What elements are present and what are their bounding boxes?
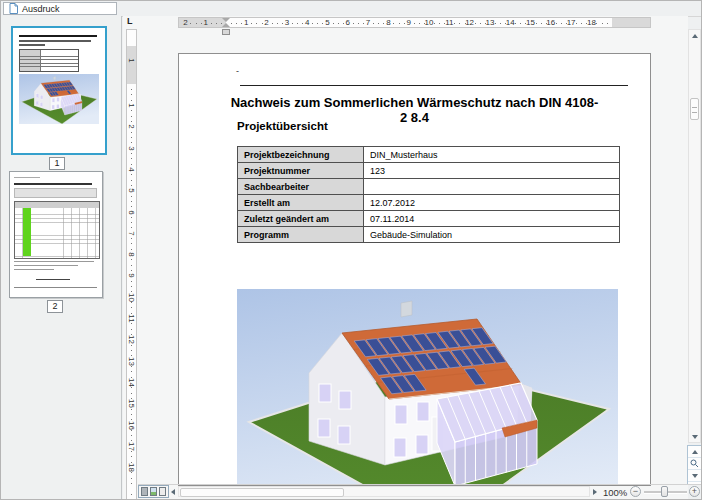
ruler-tick <box>302 23 303 24</box>
ruler-number: 15 <box>526 18 535 27</box>
ruler-number: 12 <box>465 18 474 27</box>
ruler-number: 6 <box>127 208 136 217</box>
ruler-number: 1 <box>203 18 207 27</box>
ruler-tick <box>480 23 481 24</box>
page-thumbnail-2[interactable] <box>9 171 103 298</box>
ruler-number: 2 <box>264 18 268 27</box>
ruler-tick <box>131 387 132 388</box>
ruler-tick <box>131 196 132 197</box>
ruler-tick <box>131 265 132 266</box>
print-preview-window: Ausdruck 1 2 L <box>0 0 702 500</box>
ruler-tick <box>131 329 132 330</box>
mini-text-line <box>14 177 40 178</box>
ruler-tick <box>454 23 455 24</box>
table-value-cell: Gebäude-Simulation <box>364 227 620 243</box>
ruler-number: 15 <box>127 399 136 408</box>
ruler-tick <box>131 286 132 287</box>
ruler-tick <box>333 23 334 24</box>
project-table-row: Projektnummer123 <box>238 163 620 179</box>
scroll-down-button[interactable] <box>689 431 700 442</box>
horizontal-scrollbar[interactable] <box>178 486 590 497</box>
ruler-tick <box>216 23 217 24</box>
ruler-tick <box>131 158 132 159</box>
ruler-tick <box>317 23 318 24</box>
section-heading: Projektübersicht <box>237 120 328 132</box>
house-rendering <box>237 289 618 486</box>
view-mode-fullscreen-icon[interactable] <box>150 487 157 496</box>
hanging-indent-marker[interactable] <box>222 23 230 27</box>
ruler-tick <box>131 174 132 175</box>
project-table-row: ProgrammGebäude-Simulation <box>238 227 620 243</box>
ruler-tick <box>131 472 132 473</box>
page-thumbnail-1[interactable] <box>11 26 107 155</box>
arrow-up-icon <box>692 450 698 454</box>
ruler-tick <box>131 100 132 101</box>
ruler-tick <box>131 206 132 207</box>
arrow-down-icon <box>692 435 698 439</box>
ruler-number: 11 <box>127 314 136 323</box>
first-line-indent-marker[interactable] <box>222 18 230 22</box>
ruler-tick <box>131 350 132 351</box>
ruler-tick <box>131 201 132 202</box>
ruler-tick <box>378 23 379 24</box>
scroll-left-button[interactable] <box>169 486 177 497</box>
ruler-number: 18 <box>587 18 596 27</box>
ruler-tick <box>358 23 359 24</box>
header-rule <box>240 85 628 86</box>
previous-page-button[interactable] <box>688 446 701 458</box>
ruler-tick <box>546 23 547 24</box>
mini-heading-line <box>19 44 45 46</box>
ruler-number: 6 <box>346 18 350 27</box>
horizontal-ruler[interactable]: 21123456789101112131415161718 <box>178 17 651 28</box>
ruler-tick <box>131 414 132 415</box>
ruler-tick <box>131 398 132 399</box>
tab-ausdruck[interactable]: Ausdruck <box>3 2 117 15</box>
ruler-tick <box>131 483 132 484</box>
ruler-tick <box>373 23 374 24</box>
vertical-scrollbar-thumb[interactable] <box>690 98 699 120</box>
scroll-up-button[interactable] <box>689 30 700 41</box>
ruler-tick <box>419 23 420 24</box>
page-number-badge-2: 2 <box>47 300 63 313</box>
ruler-tick <box>131 478 132 479</box>
tab-stop-selector[interactable]: L <box>127 16 133 26</box>
table-value-cell: DIN_Musterhaus <box>364 147 620 163</box>
vertical-ruler[interactable]: 1123456789101112131415161718 <box>126 29 137 500</box>
vertical-scrollbar[interactable] <box>688 29 701 443</box>
left-indent-marker[interactable] <box>222 29 230 35</box>
ruler-tick <box>236 23 237 24</box>
ruler-tick <box>131 371 132 372</box>
zoom-in-button[interactable]: + <box>689 486 700 497</box>
horizontal-scrollbar-thumb[interactable] <box>180 488 344 497</box>
select-browse-object-button[interactable] <box>688 458 701 470</box>
ruler-tick <box>500 23 501 24</box>
ruler-top-margin <box>127 46 136 84</box>
ruler-number: 3 <box>127 144 136 153</box>
tab-label: Ausdruck <box>22 4 60 14</box>
ruler-tick <box>131 249 132 250</box>
mini-info-band <box>14 188 97 198</box>
ruler-number: 2 <box>183 18 187 27</box>
ruler-tick <box>131 137 132 138</box>
ruler-tick <box>131 153 132 154</box>
ruler-tick <box>131 440 132 441</box>
ruler-number: 5 <box>127 186 136 195</box>
mini-text-line <box>14 265 78 266</box>
zoom-out-button[interactable]: − <box>630 486 641 497</box>
view-mode-print-layout-icon[interactable] <box>141 487 148 496</box>
ruler-tick <box>131 345 132 346</box>
ruler-number: 8 <box>127 250 136 259</box>
ruler-number: 10 <box>425 18 434 27</box>
next-page-button[interactable] <box>688 470 701 482</box>
view-mode-web-layout-icon[interactable] <box>159 487 166 496</box>
ruler-tick <box>399 23 400 24</box>
ruler-number: 17 <box>567 18 576 27</box>
ruler-tick <box>607 23 608 24</box>
ruler-tick <box>312 23 313 24</box>
ruler-number: 4 <box>127 165 136 174</box>
scroll-right-button[interactable] <box>591 486 599 497</box>
table-label-cell: Programm <box>238 227 364 243</box>
zoom-slider-thumb[interactable] <box>661 486 668 497</box>
ruler-tick <box>485 23 486 24</box>
ruler-number: 9 <box>406 18 410 27</box>
